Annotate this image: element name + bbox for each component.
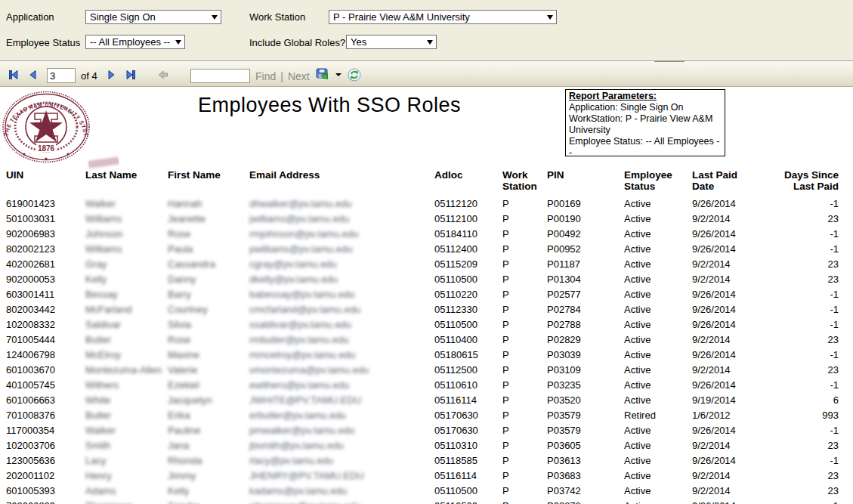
cell-last-name: Adams — [85, 485, 165, 496]
report-parameters-line: WorkStation: P - Prairie View A&M Univer… — [569, 113, 722, 136]
cell-first-name: Barry — [168, 289, 246, 300]
table-header-row: UIN Last Name First Name Email Address A… — [0, 169, 853, 199]
cell-last-name: Butler — [85, 334, 165, 345]
table-row: 601003670Montezuma-AllenValerievmontezum… — [0, 362, 853, 377]
export-menu-caret-icon[interactable] — [335, 73, 342, 76]
cell-work-station: P — [502, 440, 537, 451]
cell-first-name: Jeanette — [168, 213, 246, 224]
table-row: 102003706SmithJanajbsmith@pv.tamu.edu051… — [0, 438, 853, 453]
column-header-employee-status: Employee Status — [624, 169, 672, 192]
cell-last-name: Johnson — [85, 228, 165, 240]
cell-adloc: 05180615 — [434, 349, 499, 360]
cell-work-station: P — [502, 364, 537, 376]
cell-email-address: cmcfarland@pv.tamu.edu — [249, 304, 431, 315]
cell-last-name: Smith — [85, 440, 165, 451]
refresh-button[interactable] — [347, 67, 362, 82]
cell-work-station: P — [502, 410, 537, 421]
cell-work-station: P — [502, 455, 537, 466]
cell-days-since-last-paid: 23 — [762, 213, 839, 224]
cell-pin: P00492 — [547, 228, 619, 240]
cell-first-name: Pauline — [168, 425, 246, 436]
parameter-panel: Application Single Sign On Work Station … — [0, 0, 853, 61]
cell-first-name: Jimmy — [168, 470, 246, 481]
cell-first-name: Paula — [168, 243, 246, 255]
cell-last-paid-date: 9/26/2014 — [692, 243, 745, 255]
cell-first-name: Jana — [168, 440, 246, 451]
current-page-input[interactable] — [47, 68, 76, 83]
cell-uin: 402002681 — [6, 258, 82, 270]
table-row: 802002123WilliamsPaulapwilliams@pv.tamu.… — [0, 241, 853, 256]
cell-first-name: Maxine — [168, 349, 246, 360]
column-header-pin: PIN — [547, 169, 619, 181]
find-button[interactable]: Find — [255, 70, 276, 82]
cell-last-name: Montezuma-Allen — [85, 364, 165, 376]
application-select[interactable]: Single Sign On — [85, 10, 221, 24]
table-row: 701005444ButlerRosermbutler@pv.tamu.edu0… — [0, 332, 853, 347]
cell-uin: 102008332 — [6, 319, 82, 330]
cell-first-name: Hannah — [168, 198, 246, 209]
include-global-roles-select[interactable]: Yes — [346, 35, 437, 49]
chevron-down-icon — [212, 15, 218, 20]
next-button[interactable]: Next — [288, 70, 310, 82]
cell-adloc: 05116114 — [434, 394, 499, 406]
cell-work-station: P — [502, 334, 537, 345]
table-row: 102008332SaldivarSilviassaldivar@pv.tamu… — [0, 317, 853, 332]
last-page-button[interactable] — [123, 67, 138, 82]
find-next-controls: Find|Next — [255, 70, 310, 82]
cell-last-paid-date: 9/26/2014 — [692, 500, 745, 504]
cell-uin: 601006663 — [6, 394, 82, 406]
cell-uin: 123005636 — [6, 455, 82, 466]
search-input[interactable] — [190, 69, 250, 83]
previous-page-icon — [27, 69, 39, 81]
export-button[interactable] — [316, 67, 331, 82]
cell-work-station: P — [502, 258, 537, 270]
cell-employee-status: Active — [624, 485, 672, 496]
cell-first-name: Jacquelyn — [168, 394, 246, 406]
cell-pin: P03039 — [547, 349, 619, 360]
cell-adloc: 05118585 — [434, 455, 499, 466]
refresh-icon — [348, 68, 361, 82]
cell-days-since-last-paid: 23 — [762, 258, 839, 270]
table-row: 401005745WithersEzekielewithers@pv.tamu.… — [0, 377, 853, 392]
first-page-button[interactable] — [6, 67, 21, 82]
next-page-button[interactable] — [104, 67, 119, 82]
cell-first-name: Sandra — [168, 500, 246, 504]
cell-pin: P02577 — [547, 289, 619, 300]
cell-last-paid-date: 9/2/2014 — [692, 334, 745, 345]
cell-email-address: cgray@pv.tamu.edu — [249, 258, 431, 270]
report-parameters-line: Application: Single Sign On — [569, 102, 722, 113]
include-global-roles-label: Include Global Roles? — [249, 37, 345, 48]
table-row: 802003442McFarlandCourtneycmcfarland@pv.… — [0, 301, 853, 317]
cell-last-paid-date: 9/26/2014 — [692, 349, 745, 360]
back-to-parent-report-button[interactable] — [156, 67, 171, 82]
cell-work-station: P — [502, 319, 537, 330]
cell-work-station: P — [502, 289, 537, 300]
report-toolbar: of 4 Find|Next — [0, 62, 853, 87]
cell-days-since-last-paid: -1 — [762, 379, 839, 391]
cell-last-name: McElroy — [85, 349, 165, 360]
previous-page-button[interactable] — [26, 67, 41, 82]
cell-days-since-last-paid: 23 — [762, 440, 839, 451]
cell-employee-status: Active — [624, 334, 672, 345]
work-station-select[interactable]: P - Prairie View A&M University — [329, 10, 557, 24]
table-row: 202001102HenryJimmyJHENRY@PV.TAMU.EDU051… — [0, 468, 853, 483]
table-row: 123005636LacyRhondarlacy@pv.tamu.edu0511… — [0, 453, 853, 468]
cell-work-station: P — [502, 304, 537, 315]
cell-employee-status: Active — [624, 289, 672, 300]
cell-email-address: mmcelroy@pv.tamu.edu — [249, 349, 431, 360]
cell-email-address: dkelly@pv.tamu.edu — [249, 274, 431, 285]
cell-work-station: P — [502, 394, 537, 406]
back-arrow-icon — [157, 69, 169, 81]
report-table-body: 619001423WalkerHannahdhwalker@pv.tamu.ed… — [0, 196, 853, 504]
chevron-down-icon — [175, 40, 181, 45]
report-body: THE TEXAS A&M UNIVERSITY SYSTEM 1876 Emp… — [0, 87, 853, 504]
cell-days-since-last-paid: -1 — [762, 243, 839, 255]
cell-employee-status: Active — [624, 243, 672, 255]
cell-last-name: White — [85, 394, 165, 406]
employee-status-select[interactable]: -- All Employees -- — [85, 35, 185, 49]
column-header-uin: UIN — [6, 169, 82, 181]
cell-pin: P03579 — [547, 425, 619, 436]
cell-employee-status: Active — [624, 198, 672, 209]
cell-last-name: Walker — [85, 425, 165, 436]
cell-adloc: 05112100 — [434, 213, 499, 224]
